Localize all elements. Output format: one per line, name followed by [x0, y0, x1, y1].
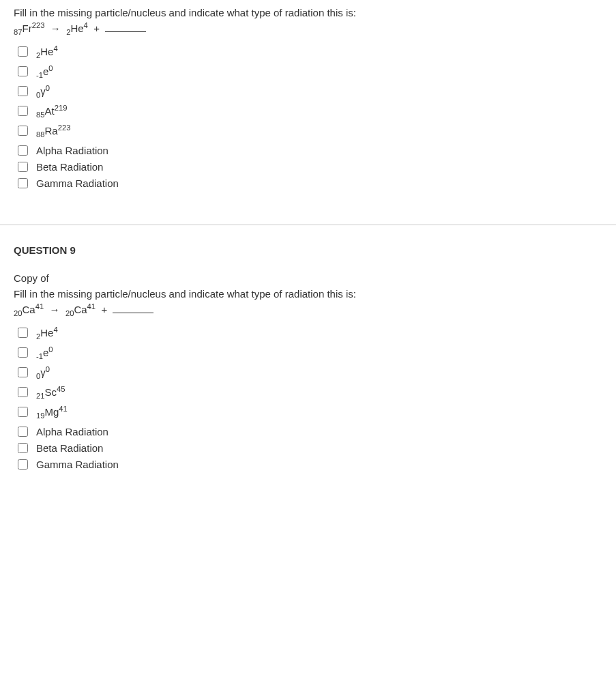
option-label: Gamma Radiation	[36, 178, 119, 188]
option-checkbox[interactable]	[18, 407, 28, 417]
option-label: 21Sc45	[36, 387, 65, 397]
option-checkbox[interactable]	[18, 367, 28, 377]
question-prompt: Fill in the missing particle/nucleus and…	[14, 288, 602, 300]
option-label: 2He4	[36, 46, 58, 57]
blank	[113, 313, 153, 313]
option-label: Beta Radiation	[36, 162, 103, 172]
eq-rhs1-sym: He	[70, 23, 83, 34]
option-checkbox[interactable]	[18, 86, 28, 96]
option-checkbox[interactable]	[18, 347, 28, 358]
option-row: Gamma Radiation	[14, 459, 602, 470]
arrow: →	[50, 23, 61, 34]
option-label: 0γ0	[36, 86, 50, 96]
option-label: Gamma Radiation	[36, 459, 119, 470]
eq-lhs-sub: 87	[14, 28, 23, 36]
equation: 87Fr223 → 2He4 +	[14, 23, 602, 34]
option-row: 0γ0	[14, 367, 602, 377]
option-checkbox[interactable]	[18, 387, 28, 397]
option-label: 0γ0	[36, 367, 50, 377]
eq-lhs-sym: Fr	[23, 23, 32, 34]
option-row: Alpha Radiation	[14, 427, 602, 437]
option-row: 2He4	[14, 328, 602, 338]
option-label: Beta Radiation	[36, 443, 103, 453]
eq-lhs-sym: Ca	[23, 304, 35, 315]
plus: +	[93, 23, 100, 34]
option-checkbox[interactable]	[18, 46, 28, 57]
option-checkbox[interactable]	[18, 427, 28, 437]
question-9-block: QUESTION 9 Copy of Fill in the missing p…	[0, 225, 616, 489]
option-row: 2He4	[14, 46, 602, 57]
option-label: -1e0	[36, 347, 53, 358]
arrow: →	[50, 304, 60, 315]
option-checkbox[interactable]	[18, 178, 28, 188]
option-label: 2He4	[36, 328, 58, 338]
option-row: 85At219	[14, 106, 602, 116]
question-heading: QUESTION 9	[14, 244, 602, 256]
eq-lhs-sup: 41	[35, 302, 44, 311]
eq-lhs-sub: 20	[14, 309, 23, 317]
option-row: 21Sc45	[14, 387, 602, 397]
eq-rhs1-sup: 41	[87, 302, 96, 311]
option-checkbox[interactable]	[18, 459, 28, 470]
option-checkbox[interactable]	[18, 126, 28, 136]
plus: +	[101, 304, 107, 315]
option-row: 88Ra223	[14, 126, 602, 136]
option-label: 85At219	[36, 106, 67, 116]
option-label: 19Mg41	[36, 407, 68, 417]
option-row: -1e0	[14, 66, 602, 76]
question-prompt: Fill in the missing particle/nucleus and…	[14, 7, 602, 18]
blank	[105, 31, 146, 32]
eq-lhs-sup: 223	[32, 21, 45, 29]
eq-rhs1-sym: Ca	[74, 304, 87, 315]
option-checkbox[interactable]	[18, 443, 28, 453]
option-checkbox[interactable]	[18, 66, 28, 76]
option-checkbox[interactable]	[18, 145, 28, 156]
eq-rhs1-sub: 20	[65, 309, 74, 317]
option-row: Beta Radiation	[14, 162, 602, 172]
equation: 20Ca41 → 20Ca41 +	[14, 304, 602, 315]
option-row: 0γ0	[14, 86, 602, 96]
copy-of-label: Copy of	[14, 272, 602, 284]
option-checkbox[interactable]	[18, 328, 28, 338]
eq-rhs1-sup: 4	[84, 21, 88, 29]
option-label: 88Ra223	[36, 126, 70, 136]
option-checkbox[interactable]	[18, 162, 28, 172]
option-row: Beta Radiation	[14, 443, 602, 453]
option-row: 19Mg41	[14, 407, 602, 417]
option-row: Gamma Radiation	[14, 178, 602, 188]
option-row: -1e0	[14, 347, 602, 358]
question-8-block: Fill in the missing particle/nucleus and…	[0, 0, 616, 208]
option-label: -1e0	[36, 66, 53, 76]
option-label: Alpha Radiation	[36, 427, 108, 437]
option-label: Alpha Radiation	[36, 145, 108, 156]
option-row: Alpha Radiation	[14, 145, 602, 156]
option-checkbox[interactable]	[18, 106, 28, 116]
